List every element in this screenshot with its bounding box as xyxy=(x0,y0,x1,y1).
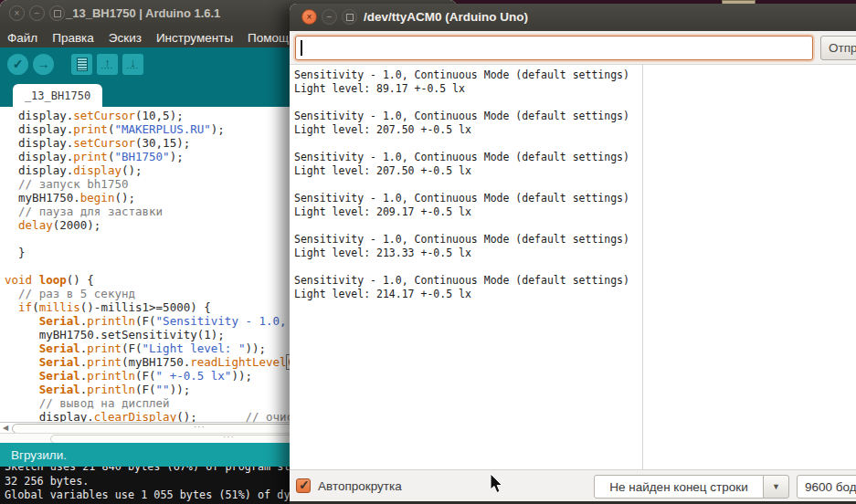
maximize-icon[interactable] xyxy=(49,5,65,21)
tab-sketch[interactable]: _13_BH1750 xyxy=(13,84,102,107)
ide-window-title: _13_BH1750 | Arduino 1.6.1 xyxy=(66,6,220,20)
open-sketch-icon[interactable]: ↑···· xyxy=(97,54,118,75)
close-icon[interactable]: × xyxy=(301,9,317,25)
send-button[interactable]: Отпр xyxy=(820,36,856,60)
line-ending-select[interactable]: Не найден конец строки xyxy=(594,475,764,499)
text-caret xyxy=(301,40,302,56)
output-separator-line xyxy=(642,65,643,469)
status-message: Вгрузили. xyxy=(11,448,67,462)
upload-arrow-icon[interactable]: → xyxy=(33,54,54,75)
checkmark-icon: ✓ xyxy=(299,478,310,492)
menu-item-файл[interactable]: Файл xyxy=(7,31,37,45)
save-sketch-icon[interactable]: ↓···· xyxy=(122,54,143,75)
serial-output-text: Sensitivity - 1.0, Continuous Mode (defa… xyxy=(294,68,629,301)
serial-window-title: /dev/ttyACM0 (Arduino Uno) xyxy=(364,10,528,24)
close-icon[interactable]: × xyxy=(9,5,25,21)
menu-item-инструменты[interactable]: Инструменты xyxy=(156,31,233,45)
line-ending-dropdown-button[interactable]: ▼ xyxy=(763,475,789,499)
autoscroll-label: Автопрокрутка xyxy=(318,479,402,493)
new-sketch-icon[interactable] xyxy=(71,54,92,75)
mouse-cursor xyxy=(490,474,504,494)
serial-output-area[interactable]: Sensitivity - 1.0, Continuous Mode (defa… xyxy=(290,64,856,469)
menu-item-помощь[interactable]: Помощь xyxy=(248,31,295,45)
autoscroll-checkbox[interactable]: ✓ xyxy=(296,478,311,493)
maximize-icon[interactable] xyxy=(342,9,357,25)
verify-check-icon[interactable]: ✓ xyxy=(7,54,28,75)
serial-monitor-window: × − /dev/ttyACM0 (Arduino Uno) Отпр Sens… xyxy=(290,4,856,501)
minimize-icon[interactable]: − xyxy=(29,5,45,21)
menu-item-правка[interactable]: Правка xyxy=(52,31,94,45)
serial-titlebar[interactable]: × − /dev/ttyACM0 (Arduino Uno) xyxy=(290,4,856,31)
serial-send-input[interactable] xyxy=(295,36,813,60)
scrollbar-left-arrow-icon[interactable]: ◀ xyxy=(3,424,8,432)
menu-item-эскиз[interactable]: Эскиз xyxy=(109,31,142,45)
baud-rate-select[interactable]: 9600 бод xyxy=(797,475,856,499)
desktop: × − _13_BH1750 | Arduino 1.6.1 ФайлПравк… xyxy=(0,0,856,504)
serial-bottom-bar: ✓ Автопрокрутка Не найден конец строки ▼… xyxy=(290,469,856,501)
serial-input-row: Отпр xyxy=(290,31,856,64)
chevron-down-icon: ▼ xyxy=(772,482,780,491)
console-output: Sketch uses 21 840 bytes (67%) of progra… xyxy=(5,467,297,503)
minimize-icon[interactable]: − xyxy=(322,9,337,25)
